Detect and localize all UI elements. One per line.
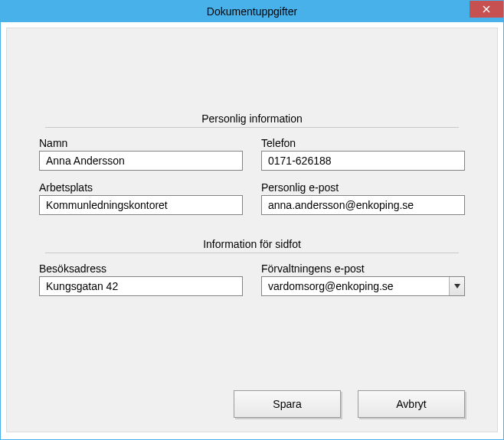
workplace-label: Arbetsplats xyxy=(39,181,243,194)
visit-address-input[interactable] xyxy=(39,276,243,296)
section-personal: Personlig information Namn Telefon Arbet… xyxy=(39,112,465,215)
cancel-button[interactable]: Avbryt xyxy=(358,390,465,418)
window-title: Dokumentuppgifter xyxy=(207,5,297,18)
section-footer: Information för sidfot Besöksadress Förv… xyxy=(39,238,465,296)
phone-input[interactable] xyxy=(261,151,465,171)
titlebar: Dokumentuppgifter xyxy=(1,1,503,22)
workplace-input[interactable] xyxy=(39,195,243,215)
close-button[interactable] xyxy=(470,1,503,18)
chevron-down-icon[interactable] xyxy=(449,277,464,295)
org-email-value: vardomsorg@enkoping.se xyxy=(262,277,449,295)
name-input[interactable] xyxy=(39,151,243,171)
svg-marker-2 xyxy=(454,284,460,288)
section-personal-header: Personlig information xyxy=(45,112,459,128)
org-email-select[interactable]: vardomsorg@enkoping.se xyxy=(261,276,465,296)
dialog-window: Dokumentuppgifter Personlig information … xyxy=(0,0,504,440)
visit-address-label: Besöksadress xyxy=(39,262,243,275)
personal-email-input[interactable] xyxy=(261,195,465,215)
phone-label: Telefon xyxy=(261,137,465,149)
name-label: Namn xyxy=(39,137,243,149)
org-email-label: Förvaltningens e-post xyxy=(261,262,465,275)
personal-email-label: Personlig e-post xyxy=(261,181,465,194)
button-bar: Spara Avbryt xyxy=(234,390,465,418)
dialog-content: Personlig information Namn Telefon Arbet… xyxy=(6,28,498,432)
save-button[interactable]: Spara xyxy=(234,390,341,418)
section-footer-header: Information för sidfot xyxy=(45,238,459,253)
close-icon xyxy=(483,4,490,15)
